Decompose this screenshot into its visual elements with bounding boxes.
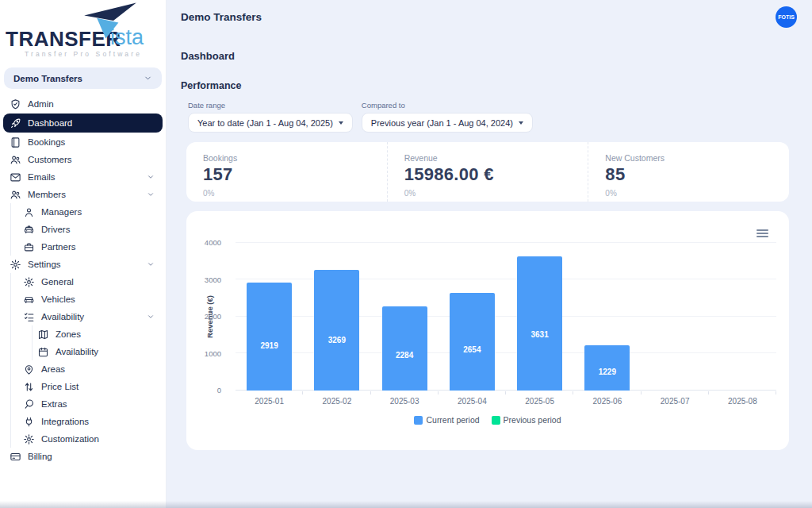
sidebar-item-label: Areas [41,364,65,374]
sidebar-item-areas[interactable]: Areas [0,360,166,378]
x-tick-label: 2025-04 [439,397,506,406]
workspace-select[interactable]: Demo Transfers [4,67,162,89]
legend-item-previous-period[interactable]: Previous period [492,415,561,425]
bar-2025-04[interactable]: 2654 [450,293,495,391]
user-avatar[interactable]: FOTIS [776,6,797,28]
chevron-down-icon [147,173,155,181]
sidebar-item-label: Integrations [41,417,89,426]
y-tick-label: 2000 [205,312,221,321]
sidebar: TRANSFER ista Transfer Pro Software Demo… [0,0,167,508]
section-title-performance: Performance [181,79,812,92]
sidebar-item-label: General [41,277,74,287]
users-icon [10,154,21,166]
legend-item-current-period[interactable]: Current period [414,415,479,425]
sidebar-item-admin[interactable]: Admin [0,95,166,113]
mail-icon [10,171,21,183]
date-range-select[interactable]: Year to date (Jan 1 - Aug 04, 2025) [188,113,353,133]
pin-icon [23,364,35,375]
sidebar-item-general[interactable]: General [0,273,166,291]
sidebar-item-label: Availability [56,347,98,356]
section-title-dashboard: Dashboard [181,50,812,63]
sidebar-item-label: Extras [41,399,67,409]
page-title: Demo Transfers [181,11,262,23]
metric-revenue: Revenue15986.00 €0% [388,142,589,202]
sidebar-item-label: Customers [28,155,72,164]
sidebar-item-availability[interactable]: Availability [0,343,166,360]
bar-value-label: 3631 [517,330,562,339]
legend-label: Previous period [504,415,561,425]
metric-delta: 0% [605,189,789,198]
sidebar-item-price-list[interactable]: Price List [0,378,166,395]
car-icon [23,294,35,306]
sidebar-item-label: Managers [41,207,82,217]
metric-value: 157 [203,164,387,185]
extras-icon [23,398,35,410]
bar-2025-03[interactable]: 2284 [382,306,427,391]
sidebar-item-customers[interactable]: Customers [0,151,166,168]
y-tick-label: 0 [217,386,221,394]
main-content: Demo Transfers FOTIS Dashboard Performan… [167,0,812,508]
metric-value: 85 [605,164,789,185]
sidebar-item-integrations[interactable]: Integrations [0,413,166,430]
map-icon [37,329,49,341]
sidebar-item-dashboard[interactable]: Dashboard [3,114,163,133]
sidebar-item-customization[interactable]: Customization [0,430,166,448]
chart-legend: Current periodPrevious period [186,415,789,425]
sidebar-item-managers[interactable]: Managers [0,203,166,221]
x-tick-label: 2025-01 [236,397,303,406]
x-tick-label: 2025-07 [642,397,709,406]
metric-bookings: Bookings1570% [186,142,388,202]
sidebar-item-extras[interactable]: Extras [0,395,166,413]
taxi-icon [23,224,35,236]
users-icon [10,189,21,201]
sidebar-item-partners[interactable]: Partners [0,238,166,256]
bar-2025-06[interactable]: 1229 [584,345,630,391]
bar-slot: 1229 [573,243,641,391]
bar-value-label: 3269 [314,336,359,344]
sidebar-item-settings[interactable]: Settings [0,256,166,273]
book-icon [10,137,21,148]
sidebar-item-billing[interactable]: Billing [0,448,166,465]
sidebar-item-drivers[interactable]: Drivers [0,221,166,238]
bar-value-label: 2919 [247,341,292,350]
chevron-down-icon [147,313,155,321]
sidebar-item-emails[interactable]: Emails [0,168,166,186]
caret-down-icon [519,121,523,125]
metric-delta: 0% [203,189,387,198]
chart-x-axis: 2025-012025-022025-032025-042025-052025-… [236,397,776,406]
metric-label: Revenue [404,153,588,163]
y-tick-label: 3000 [205,275,221,284]
sidebar-item-label: Settings [28,260,61,269]
bar-slot [642,243,709,391]
compared-to-filter: Compared to Previous year (Jan 1 - Aug 0… [362,101,533,133]
metric-delta: 0% [404,189,588,198]
sidebar-item-label: Members [28,190,66,199]
sidebar-item-label: Partners [41,242,75,252]
chart-y-axis: 01000200030004000 [186,243,229,391]
sidebar-item-zones[interactable]: Zones [0,325,166,343]
x-tick-label: 2025-03 [371,397,439,406]
bar-slot: 3631 [506,243,573,391]
compared-to-select[interactable]: Previous year (Jan 1 - Aug 04, 2024) [362,113,533,133]
sidebar-item-label: Price List [41,382,79,391]
sidebar-item-members[interactable]: Members [0,186,166,203]
sidebar-nav: AdminDashboardBookingsCustomersEmailsMem… [0,95,166,465]
bar-value-label: 2654 [450,345,495,354]
bar-2025-02[interactable]: 3269 [314,270,359,391]
date-range-label: Date range [188,101,353,110]
sidebar-item-label: Availability [41,312,84,321]
briefcase-icon [23,241,35,253]
sidebar-item-availability[interactable]: Availability [0,308,166,325]
app-logo: TRANSFER ista Transfer Pro Software [0,0,166,65]
metric-label: New Customers [605,153,789,163]
sidebar-item-label: Vehicles [41,294,75,304]
sidebar-item-label: Admin [28,99,54,109]
sidebar-item-vehicles[interactable]: Vehicles [0,291,166,308]
sidebar-item-bookings[interactable]: Bookings [0,133,166,151]
bar-2025-01[interactable]: 2919 [247,283,292,391]
sidebar-item-label: Drivers [41,225,70,234]
legend-label: Current period [426,415,479,425]
y-tick-label: 4000 [205,238,221,247]
bar-2025-05[interactable]: 3631 [517,256,562,391]
chart-menu-icon[interactable] [756,229,768,239]
